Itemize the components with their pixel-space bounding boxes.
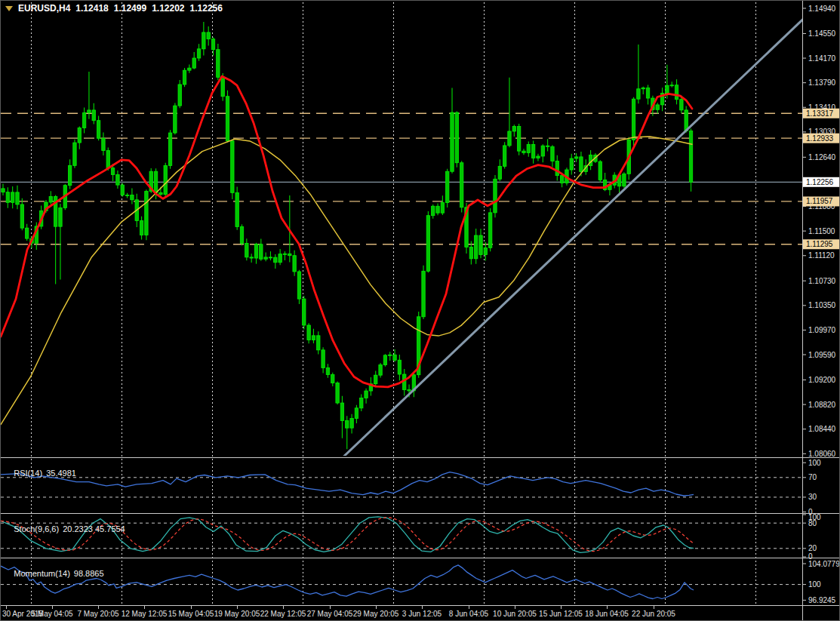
svg-text:1.08060: 1.08060 xyxy=(808,450,836,458)
svg-text:19 May 20:05: 19 May 20:05 xyxy=(214,610,260,618)
momentum-axis[interactable]: 104.077910096.9245 xyxy=(802,560,840,604)
svg-text:7 May 20:05: 7 May 20:05 xyxy=(77,610,118,618)
slow-ma-yellow-line xyxy=(1,137,692,425)
svg-text:22 May 12:05: 22 May 12:05 xyxy=(260,610,306,618)
svg-text:1.11957: 1.11957 xyxy=(806,197,833,205)
level-price-tag: 1.11295 xyxy=(803,239,840,249)
svg-text:1.09970: 1.09970 xyxy=(808,326,836,334)
svg-text:80: 80 xyxy=(808,519,817,527)
svg-text:104.0779: 104.0779 xyxy=(808,560,840,568)
rsi-line xyxy=(1,472,694,496)
svg-text:1.10350: 1.10350 xyxy=(808,301,836,309)
stoch-axis[interactable]: 10080200 xyxy=(802,513,821,561)
svg-text:70: 70 xyxy=(808,473,817,481)
svg-text:1.10730: 1.10730 xyxy=(808,277,836,285)
svg-text:1.11295: 1.11295 xyxy=(806,240,833,248)
svg-text:15 Jun 12:05: 15 Jun 12:05 xyxy=(539,610,583,618)
svg-text:1.09590: 1.09590 xyxy=(808,351,836,359)
ohlc-high: 1.12499 xyxy=(114,3,146,14)
chart-title-bar: EURUSD,H4 1.12418 1.12499 1.12202 1.1225… xyxy=(5,3,223,14)
ascending-trendline[interactable] xyxy=(342,7,816,458)
svg-text:18 Jun 04:05: 18 Jun 04:05 xyxy=(585,610,629,618)
svg-text:27 May 04:05: 27 May 04:05 xyxy=(307,610,353,618)
rsi-panel[interactable] xyxy=(1,472,802,497)
svg-text:1.11120: 1.11120 xyxy=(808,251,835,260)
svg-text:1.14170: 1.14170 xyxy=(808,54,836,63)
svg-text:100: 100 xyxy=(808,459,821,467)
momentum-panel-label: Momentum(14)98.8865 xyxy=(5,560,108,587)
svg-text:1.14940: 1.14940 xyxy=(808,5,836,13)
level-price-tag: 1.12933 xyxy=(803,134,840,143)
ohlc-low: 1.12202 xyxy=(152,3,184,14)
svg-text:1.14550: 1.14550 xyxy=(808,29,836,38)
svg-text:5 May 04:05: 5 May 04:05 xyxy=(31,610,72,618)
stochastic-panel-label: Stoch(9,6,6)20.2323 45.7554 xyxy=(5,515,129,543)
chart-window: EURUSD,H4 1.12418 1.12499 1.12202 1.1225… xyxy=(0,0,840,621)
svg-text:100: 100 xyxy=(808,580,821,589)
svg-text:1.08820: 1.08820 xyxy=(808,401,836,409)
ohlc-open: 1.12418 xyxy=(75,3,108,14)
time-axis[interactable]: 30 Apr 20155 May 04:057 May 20:0512 May … xyxy=(2,605,675,618)
svg-text:3 Jun 12:05: 3 Jun 12:05 xyxy=(402,610,442,618)
svg-text:96.9245: 96.9245 xyxy=(808,596,836,604)
momentum-panel[interactable] xyxy=(1,565,802,599)
candles xyxy=(2,22,693,449)
svg-text:1.08440: 1.08440 xyxy=(808,425,836,433)
svg-text:8 Jun 04:05: 8 Jun 04:05 xyxy=(449,610,489,618)
ohlc-close: 1.12256 xyxy=(190,3,223,14)
svg-text:30: 30 xyxy=(808,493,817,501)
svg-text:1.12640: 1.12640 xyxy=(808,153,836,161)
symbol-collapse-icon[interactable] xyxy=(5,6,13,11)
svg-text:29 May 20:05: 29 May 20:05 xyxy=(353,610,399,618)
svg-text:22 Jun 20:05: 22 Jun 20:05 xyxy=(632,610,675,618)
svg-text:1.13790: 1.13790 xyxy=(808,78,836,87)
symbol-label: EURUSD,H4 xyxy=(18,3,70,14)
fast-ma-red-line xyxy=(1,76,692,387)
svg-text:10 Jun 20:05: 10 Jun 20:05 xyxy=(493,610,537,618)
svg-text:1.12933: 1.12933 xyxy=(806,134,834,143)
rsi-panel-label: RSI(14)35.4981 xyxy=(5,460,80,487)
level-price-tag: 1.13317 xyxy=(803,109,840,118)
level-price-tag: 1.11957 xyxy=(803,196,840,206)
price-axis[interactable]: 1.149401.145501.141701.137901.134101.130… xyxy=(802,5,840,458)
rsi-axis[interactable]: 10070300 xyxy=(802,459,821,516)
svg-text:1.13317: 1.13317 xyxy=(806,109,834,118)
main-price-panel[interactable] xyxy=(1,7,816,458)
svg-text:12 May 12:05: 12 May 12:05 xyxy=(122,610,168,618)
svg-text:1.12256: 1.12256 xyxy=(806,178,834,186)
svg-text:1.11500: 1.11500 xyxy=(808,227,835,235)
svg-text:15 May 04:05: 15 May 04:05 xyxy=(168,610,214,618)
svg-text:1.09200: 1.09200 xyxy=(808,376,836,384)
current-price-tag: 1.12256 xyxy=(803,177,840,187)
